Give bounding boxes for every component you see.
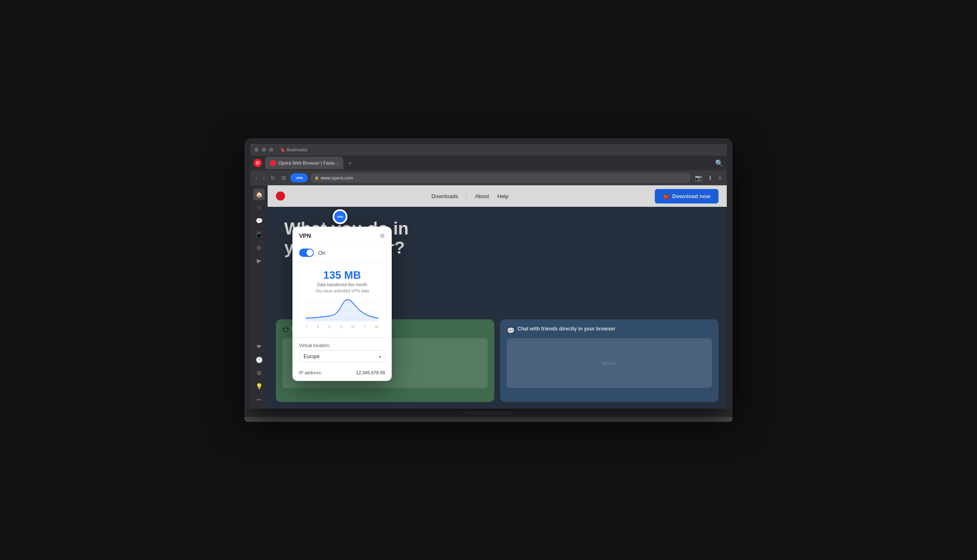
toolbar-right: 📷 ⬇ ≡	[693, 173, 723, 183]
graph-day-f: F	[317, 325, 319, 329]
browser-content: 🏠 ☆ 💬 📱 ◎ ▶ ❤ 🕐 ⚙ 💡 •••	[250, 185, 727, 409]
vpn-data-section: 135 MB Data transferred this month You h…	[292, 262, 392, 337]
vpn-ip-label: IP address:	[299, 370, 322, 375]
vpn-popup-header: VPN ⚙	[292, 227, 392, 244]
sidebar-bottom: ❤ 🕐 ⚙ 💡 •••	[253, 341, 265, 405]
toolbar: ‹ › ↻ ⊞ VPN 🔒 www.opera.com 📷 ⬇ ≡	[250, 170, 727, 185]
new-tab-button[interactable]: +	[348, 160, 352, 166]
vpn-toggle[interactable]	[299, 249, 314, 257]
vpn-unlimited-label: You have unlimited VPN data	[299, 289, 385, 293]
download-icon[interactable]: ⬇	[706, 173, 714, 183]
sidebar-item-whatsapp[interactable]: 📱	[253, 228, 265, 240]
sidebar-item-feed[interactable]: ◎	[253, 242, 265, 253]
vpn-graph: T F S S M T W	[299, 293, 385, 330]
tabs-button[interactable]: ⊞	[280, 173, 288, 183]
opera-nav-logo	[276, 191, 285, 201]
vpn-graph-svg	[306, 297, 378, 321]
sidebar-item-player[interactable]: ▶	[253, 255, 265, 266]
shield-icon: 🛡	[283, 327, 289, 334]
menu-icon[interactable]: ≡	[717, 173, 723, 183]
titlebar-close-dot	[254, 148, 259, 152]
vpn-location-label: Virtual location:	[299, 343, 385, 348]
vpn-ip-value: 12.345.678.99	[356, 370, 385, 375]
chat-icon: 💬	[507, 327, 515, 335]
sidebar-item-settings[interactable]: ⚙	[253, 367, 265, 379]
location-select-wrapper: Europe Americas Asia	[299, 350, 385, 363]
vpn-location-section: Virtual location: Europe Americas Asia	[292, 337, 392, 366]
vpn-ip-section: IP address: 12.345.678.99	[292, 366, 392, 381]
vpn-indicator-label: VPN	[334, 211, 346, 223]
sidebar: 🏠 ☆ 💬 📱 ◎ ▶ ❤ 🕐 ⚙ 💡 •••	[250, 185, 268, 409]
vpn-popup: VPN ⚙ On	[292, 227, 392, 381]
vpn-button[interactable]: VPN	[290, 173, 308, 182]
main-content: Downloads About Help 🍎 Download now	[268, 185, 727, 409]
vpn-popup-title: VPN	[299, 232, 311, 239]
tab-bar: O Opera Web Browser | Faste... + 🔍	[250, 156, 727, 170]
vpn-data-label: Data transferred this month	[299, 282, 385, 287]
laptop-stand	[244, 417, 733, 422]
vpn-toggle-label: On	[318, 250, 325, 256]
vpn-toggle-row: On	[292, 244, 392, 262]
graph-day-s1: S	[328, 325, 331, 329]
sidebar-item-messenger[interactable]: 💬	[253, 215, 265, 227]
screen: 🔖 Bookmarks O Opera Web Browser | Faste.…	[250, 144, 727, 409]
vpn-location-select[interactable]: Europe Americas Asia	[299, 350, 385, 363]
toggle-knob	[307, 249, 313, 256]
camera-icon[interactable]: 📷	[693, 173, 704, 183]
vpn-data-amount: 135 MB	[299, 269, 385, 282]
nav-about[interactable]: About	[475, 193, 489, 199]
graph-day-t1: T	[306, 325, 308, 329]
laptop-base	[244, 409, 733, 417]
vpn-settings-icon[interactable]: ⚙	[380, 232, 385, 239]
sidebar-item-favorites[interactable]: ❤	[253, 341, 265, 352]
titlebar-max-dot	[269, 148, 273, 152]
url-text: www.opera.com	[321, 175, 353, 180]
sidebar-item-more[interactable]: •••	[253, 394, 265, 405]
feature-card-chat: 💬 Chat with friends directly in your bro…	[500, 319, 718, 402]
sidebar-item-tips[interactable]: 💡	[253, 381, 265, 392]
laptop: 🔖 Bookmarks O Opera Web Browser | Faste.…	[244, 138, 733, 422]
graph-day-s2: S	[340, 325, 342, 329]
titlebar-min-dot	[262, 148, 266, 152]
nav-links: Downloads About Help	[431, 193, 508, 199]
graph-day-t2: T	[364, 325, 366, 329]
tab-title: Opera Web Browser | Faste...	[278, 160, 338, 165]
website-nav: Downloads About Help 🍎 Download now	[268, 185, 727, 207]
sidebar-item-bookmarks[interactable]: ☆	[253, 202, 265, 213]
titlebar: 🔖 Bookmarks	[250, 144, 727, 156]
vpn-indicator-circle[interactable]: VPN	[333, 209, 347, 224]
laptop-body: 🔖 Bookmarks O Opera Web Browser | Faste.…	[244, 138, 733, 409]
reload-button[interactable]: ↻	[269, 173, 277, 183]
nav-help[interactable]: Help	[497, 193, 508, 199]
forward-button[interactable]: ›	[261, 173, 267, 183]
sidebar-item-home[interactable]: 🏠	[253, 189, 265, 200]
sidebar-item-history[interactable]: 🕐	[253, 354, 265, 366]
tab-favicon	[270, 160, 276, 166]
search-icon[interactable]: 🔍	[715, 159, 723, 167]
lock-icon: 🔒	[314, 176, 319, 180]
apple-icon: 🍎	[663, 193, 670, 199]
browser-frame: 🔖 Bookmarks O Opera Web Browser | Faste.…	[250, 144, 727, 409]
nav-downloads[interactable]: Downloads	[431, 193, 458, 199]
laptop-notch	[464, 411, 513, 414]
graph-day-m: M	[352, 325, 355, 329]
back-button[interactable]: ‹	[254, 173, 259, 183]
graph-day-w: W	[375, 325, 378, 329]
address-bar[interactable]: 🔒 www.opera.com	[310, 173, 690, 183]
card-mockup-2: [device]	[507, 338, 712, 388]
download-button[interactable]: 🍎 Download now	[655, 189, 718, 203]
graph-labels: T F S S M T W	[306, 323, 378, 330]
nav-separator-1	[466, 193, 467, 199]
website-background: Downloads About Help 🍎 Download now	[268, 185, 727, 409]
browser-tab[interactable]: Opera Web Browser | Faste...	[265, 157, 343, 169]
bookmarks-label: 🔖 Bookmarks	[280, 148, 307, 152]
opera-logo: O	[254, 159, 262, 167]
